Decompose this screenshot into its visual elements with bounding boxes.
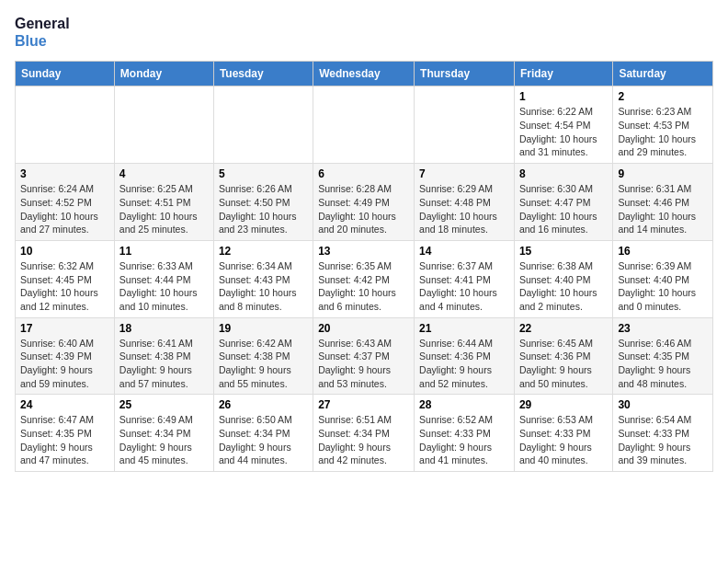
day-info: Sunrise: 6:40 AM Sunset: 4:39 PM Dayligh…	[20, 337, 109, 391]
calendar-cell: 2Sunrise: 6:23 AM Sunset: 4:53 PM Daylig…	[613, 86, 713, 164]
day-info: Sunrise: 6:33 AM Sunset: 4:44 PM Dayligh…	[119, 259, 209, 314]
day-info: Sunrise: 6:45 AM Sunset: 4:36 PM Dayligh…	[519, 337, 608, 391]
day-number: 10	[20, 245, 109, 258]
day-info: Sunrise: 6:54 AM Sunset: 4:33 PM Dayligh…	[618, 413, 708, 467]
day-number: 19	[219, 322, 308, 335]
calendar-cell: 3Sunrise: 6:24 AM Sunset: 4:52 PM Daylig…	[16, 164, 115, 241]
calendar-week-row: 17Sunrise: 6:40 AM Sunset: 4:39 PM Dayli…	[16, 317, 713, 395]
day-info: Sunrise: 6:46 AM Sunset: 4:35 PM Dayligh…	[618, 337, 708, 391]
day-info: Sunrise: 6:30 AM Sunset: 4:47 PM Dayligh…	[519, 182, 608, 236]
day-info: Sunrise: 6:44 AM Sunset: 4:36 PM Dayligh…	[419, 337, 509, 391]
day-number: 23	[618, 322, 708, 335]
weekday-header: Tuesday	[213, 62, 313, 86]
calendar-cell: 7Sunrise: 6:29 AM Sunset: 4:48 PM Daylig…	[415, 164, 515, 241]
day-number: 3	[20, 167, 109, 180]
day-number: 15	[519, 245, 608, 258]
day-number: 7	[419, 167, 509, 180]
calendar-cell: 21Sunrise: 6:44 AM Sunset: 4:36 PM Dayli…	[415, 317, 515, 395]
calendar-cell	[114, 86, 213, 164]
day-info: Sunrise: 6:49 AM Sunset: 4:34 PM Dayligh…	[119, 413, 209, 467]
day-number: 27	[318, 398, 409, 411]
calendar-cell: 10Sunrise: 6:32 AM Sunset: 4:45 PM Dayli…	[16, 240, 115, 317]
calendar-cell: 16Sunrise: 6:39 AM Sunset: 4:40 PM Dayli…	[613, 240, 713, 317]
day-number: 22	[519, 322, 608, 335]
calendar-cell: 20Sunrise: 6:43 AM Sunset: 4:37 PM Dayli…	[313, 317, 415, 395]
day-info: Sunrise: 6:35 AM Sunset: 4:42 PM Dayligh…	[318, 259, 409, 314]
day-number: 5	[219, 167, 308, 180]
calendar-cell: 5Sunrise: 6:26 AM Sunset: 4:50 PM Daylig…	[213, 164, 313, 241]
day-number: 21	[419, 322, 509, 335]
day-info: Sunrise: 6:24 AM Sunset: 4:52 PM Dayligh…	[20, 182, 109, 236]
day-info: Sunrise: 6:32 AM Sunset: 4:45 PM Dayligh…	[20, 259, 109, 314]
day-info: Sunrise: 6:34 AM Sunset: 4:43 PM Dayligh…	[219, 259, 308, 314]
day-number: 11	[119, 245, 209, 258]
day-number: 13	[318, 245, 409, 258]
day-number: 8	[519, 167, 608, 180]
calendar-cell: 28Sunrise: 6:52 AM Sunset: 4:33 PM Dayli…	[415, 395, 515, 472]
day-number: 4	[119, 167, 209, 180]
day-number: 25	[119, 398, 209, 411]
calendar-week-row: 10Sunrise: 6:32 AM Sunset: 4:45 PM Dayli…	[16, 240, 713, 317]
calendar-cell: 4Sunrise: 6:25 AM Sunset: 4:51 PM Daylig…	[114, 164, 213, 241]
day-info: Sunrise: 6:28 AM Sunset: 4:49 PM Dayligh…	[318, 182, 409, 236]
day-number: 14	[419, 245, 509, 258]
calendar-cell	[415, 86, 515, 164]
day-info: Sunrise: 6:51 AM Sunset: 4:34 PM Dayligh…	[318, 413, 409, 467]
day-info: Sunrise: 6:25 AM Sunset: 4:51 PM Dayligh…	[119, 182, 209, 236]
weekday-header: Thursday	[415, 62, 515, 86]
day-number: 12	[219, 245, 308, 258]
day-info: Sunrise: 6:22 AM Sunset: 4:54 PM Dayligh…	[519, 105, 608, 159]
calendar-cell: 19Sunrise: 6:42 AM Sunset: 4:38 PM Dayli…	[213, 317, 313, 395]
day-number: 20	[318, 322, 409, 335]
calendar-cell: 24Sunrise: 6:47 AM Sunset: 4:35 PM Dayli…	[16, 395, 115, 472]
day-number: 9	[618, 167, 708, 180]
day-info: Sunrise: 6:23 AM Sunset: 4:53 PM Dayligh…	[618, 105, 708, 159]
day-info: Sunrise: 6:29 AM Sunset: 4:48 PM Dayligh…	[419, 182, 509, 236]
calendar-cell	[16, 86, 115, 164]
day-number: 6	[318, 167, 409, 180]
calendar-table: SundayMondayTuesdayWednesdayThursdayFrid…	[15, 61, 713, 472]
page-header: General Blue	[15, 15, 713, 50]
calendar-week-row: 3Sunrise: 6:24 AM Sunset: 4:52 PM Daylig…	[16, 164, 713, 241]
day-number: 28	[419, 398, 509, 411]
day-info: Sunrise: 6:50 AM Sunset: 4:34 PM Dayligh…	[219, 413, 308, 467]
day-number: 18	[119, 322, 209, 335]
day-number: 24	[20, 398, 109, 411]
day-number: 1	[519, 90, 608, 103]
calendar-cell: 9Sunrise: 6:31 AM Sunset: 4:46 PM Daylig…	[613, 164, 713, 241]
calendar-cell: 1Sunrise: 6:22 AM Sunset: 4:54 PM Daylig…	[514, 86, 612, 164]
calendar-cell: 13Sunrise: 6:35 AM Sunset: 4:42 PM Dayli…	[313, 240, 415, 317]
weekday-header: Saturday	[613, 62, 713, 86]
calendar-cell: 11Sunrise: 6:33 AM Sunset: 4:44 PM Dayli…	[114, 240, 213, 317]
calendar-cell: 22Sunrise: 6:45 AM Sunset: 4:36 PM Dayli…	[514, 317, 612, 395]
calendar-cell: 14Sunrise: 6:37 AM Sunset: 4:41 PM Dayli…	[415, 240, 515, 317]
day-number: 29	[519, 398, 608, 411]
calendar-cell: 30Sunrise: 6:54 AM Sunset: 4:33 PM Dayli…	[613, 395, 713, 472]
calendar-week-row: 24Sunrise: 6:47 AM Sunset: 4:35 PM Dayli…	[16, 395, 713, 472]
weekday-header: Wednesday	[313, 62, 415, 86]
calendar-cell: 23Sunrise: 6:46 AM Sunset: 4:35 PM Dayli…	[613, 317, 713, 395]
day-number: 17	[20, 322, 109, 335]
calendar-cell: 12Sunrise: 6:34 AM Sunset: 4:43 PM Dayli…	[213, 240, 313, 317]
calendar-cell: 26Sunrise: 6:50 AM Sunset: 4:34 PM Dayli…	[213, 395, 313, 472]
day-info: Sunrise: 6:53 AM Sunset: 4:33 PM Dayligh…	[519, 413, 608, 467]
calendar-cell: 17Sunrise: 6:40 AM Sunset: 4:39 PM Dayli…	[16, 317, 115, 395]
day-info: Sunrise: 6:37 AM Sunset: 4:41 PM Dayligh…	[419, 259, 509, 314]
day-info: Sunrise: 6:31 AM Sunset: 4:46 PM Dayligh…	[618, 182, 708, 236]
calendar-week-row: 1Sunrise: 6:22 AM Sunset: 4:54 PM Daylig…	[16, 86, 713, 164]
calendar-cell: 18Sunrise: 6:41 AM Sunset: 4:38 PM Dayli…	[114, 317, 213, 395]
day-info: Sunrise: 6:43 AM Sunset: 4:37 PM Dayligh…	[318, 337, 409, 391]
day-info: Sunrise: 6:52 AM Sunset: 4:33 PM Dayligh…	[419, 413, 509, 467]
day-info: Sunrise: 6:47 AM Sunset: 4:35 PM Dayligh…	[20, 413, 109, 467]
calendar-cell	[313, 86, 415, 164]
day-number: 26	[219, 398, 308, 411]
calendar-cell: 15Sunrise: 6:38 AM Sunset: 4:40 PM Dayli…	[514, 240, 612, 317]
calendar-cell: 27Sunrise: 6:51 AM Sunset: 4:34 PM Dayli…	[313, 395, 415, 472]
calendar-cell: 8Sunrise: 6:30 AM Sunset: 4:47 PM Daylig…	[514, 164, 612, 241]
weekday-header: Friday	[514, 62, 612, 86]
day-number: 2	[618, 90, 708, 103]
weekday-header: Sunday	[16, 62, 115, 86]
logo: General Blue	[15, 15, 70, 50]
day-info: Sunrise: 6:38 AM Sunset: 4:40 PM Dayligh…	[519, 259, 608, 314]
calendar-cell: 29Sunrise: 6:53 AM Sunset: 4:33 PM Dayli…	[514, 395, 612, 472]
